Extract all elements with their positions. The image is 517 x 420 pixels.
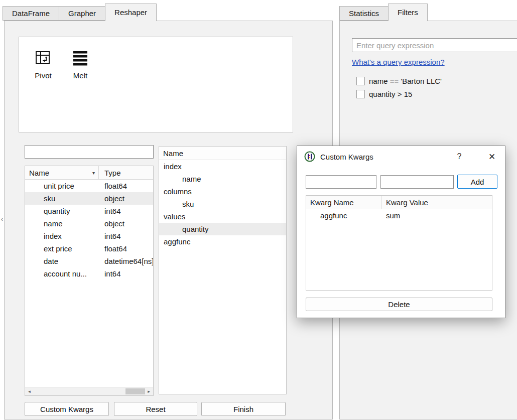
cell-column-type: float64 (99, 182, 153, 190)
cell-column-name: account nu... (25, 269, 99, 278)
tab-filters[interactable]: Filters (388, 4, 428, 21)
header-type[interactable]: Type (99, 166, 153, 179)
tree-item-sku[interactable]: sku (159, 198, 286, 210)
kwarg-row[interactable]: aggfuncsum (306, 209, 492, 222)
reshape-type-box: Pivot Melt (19, 37, 293, 132)
pivot-structure-tree: Name indexnamecolumnsskuvaluesquantityag… (159, 146, 287, 394)
header-name[interactable]: Name ▾ (25, 166, 99, 179)
header-kwarg-name-label: Kwarg Name (310, 198, 354, 207)
cell-column-name: ext price (25, 244, 99, 253)
cell-column-type: int64 (99, 207, 153, 215)
tree-body: indexnamecolumnsskuvaluesquantityaggfunc (159, 160, 286, 248)
pivot-label: Pivot (27, 71, 59, 80)
columns-table: Name ▾ Type unit pricefloat64skuobjectqu… (25, 166, 154, 396)
columns-table-header: Name ▾ Type (25, 166, 153, 180)
right-tabbar: StatisticsFilters (339, 4, 428, 21)
dialog-close-icon[interactable]: ✕ (482, 152, 502, 162)
cell-column-name: index (25, 232, 99, 240)
melt-tool[interactable]: Melt (64, 49, 96, 80)
tree-item-columns[interactable]: columns (159, 185, 286, 198)
cell-column-name: unit price (25, 182, 99, 190)
dialog-help-button[interactable]: ? (452, 152, 467, 161)
scrollbar-right-arrow-icon[interactable]: ▸ (145, 387, 153, 395)
kwargs-table-body: aggfuncsum (306, 209, 492, 222)
finish-button[interactable]: Finish (201, 402, 286, 416)
splitter-collapse-icon[interactable]: ‹ (0, 215, 4, 224)
table-row[interactable]: skuobject (25, 192, 153, 205)
table-row[interactable]: quantityint64 (25, 205, 153, 217)
reshaper-panel: Pivot Melt Name ▾ Type unit pricefloat64… (4, 21, 333, 419)
left-tabbar: DataFrameGrapherReshaper (3, 4, 157, 21)
scrollbar-thumb[interactable] (125, 388, 145, 394)
table-row[interactable]: account nu...int64 (25, 267, 153, 280)
table-row[interactable]: datedatetime64[ns] (25, 255, 153, 267)
filter-item[interactable]: name == 'Barton LLC' (340, 74, 517, 87)
cell-column-type: object (99, 219, 153, 228)
filter-label: name == 'Barton LLC' (369, 77, 442, 85)
cell-column-type: object (99, 194, 153, 203)
query-expression-input[interactable] (352, 38, 517, 52)
filter-label: quantity > 15 (369, 90, 412, 98)
table-row[interactable]: unit pricefloat64 (25, 180, 153, 192)
cell-column-name: name (25, 219, 99, 228)
tree-item-quantity[interactable]: quantity (159, 223, 286, 235)
header-type-label: Type (104, 169, 121, 177)
column-search-input[interactable] (25, 145, 154, 159)
tab-grapher[interactable]: Grapher (59, 6, 105, 21)
cell-column-name: sku (25, 194, 99, 203)
filter-item[interactable]: quantity > 15 (340, 87, 517, 100)
cell-column-type: int64 (99, 232, 153, 240)
query-help-link[interactable]: What's a query expression? (352, 58, 445, 66)
kwarg-value-input[interactable] (380, 175, 454, 189)
custom-kwargs-button[interactable]: Custom Kwargs (25, 402, 109, 416)
melt-label: Melt (64, 71, 96, 80)
cell-column-type: datetime64[ns] (99, 257, 153, 265)
pivot-tool[interactable]: Pivot (27, 49, 59, 80)
scrollbar-left-arrow-icon[interactable]: ◂ (25, 387, 34, 395)
reset-button[interactable]: Reset (114, 402, 197, 416)
add-button[interactable]: Add (457, 175, 497, 189)
columns-table-body: unit pricefloat64skuobjectquantityint64n… (25, 180, 153, 387)
header-name-label: Name (29, 169, 49, 177)
dialog-titlebar[interactable]: Custom Kwargs ? ✕ (297, 146, 505, 167)
cell-column-name: quantity (25, 207, 99, 215)
kwarg-name-cell: aggfunc (306, 211, 381, 220)
kwarg-value-cell: sum (381, 211, 492, 220)
filter-checkbox[interactable] (356, 77, 365, 85)
table-row[interactable]: indexint64 (25, 230, 153, 242)
tree-item-aggfunc[interactable]: aggfunc (159, 235, 286, 248)
scrollbar-track[interactable] (34, 387, 145, 395)
cell-column-type: int64 (99, 269, 153, 278)
table-row[interactable]: nameobject (25, 217, 153, 230)
tree-item-index[interactable]: index (159, 160, 286, 173)
tab-dataframe[interactable]: DataFrame (3, 6, 59, 21)
table-row[interactable]: ext pricefloat64 (25, 242, 153, 255)
tree-item-values[interactable]: values (159, 210, 286, 223)
header-kwarg-value-label: Kwarg Value (386, 198, 428, 207)
tab-reshaper[interactable]: Reshaper (105, 4, 157, 21)
custom-kwargs-dialog: Custom Kwargs ? ✕ Add Kwarg Name Kwarg V… (297, 146, 505, 318)
cell-column-name: date (25, 257, 99, 265)
filter-checkbox[interactable] (356, 90, 365, 98)
dialog-title: Custom Kwargs (320, 153, 452, 161)
header-kwarg-value[interactable]: Kwarg Value (381, 196, 492, 209)
cell-column-type: float64 (99, 244, 153, 253)
pandas-logo-icon (304, 151, 315, 162)
horizontal-scrollbar[interactable]: ◂ ▸ (25, 387, 153, 395)
tree-item-name[interactable]: name (159, 173, 286, 185)
header-kwarg-name[interactable]: Kwarg Name (306, 196, 381, 209)
pivot-icon (34, 49, 52, 67)
sort-indicator-icon: ▾ (92, 170, 95, 176)
kwargs-table-header: Kwarg Name Kwarg Value (306, 196, 492, 209)
kwargs-table: Kwarg Name Kwarg Value aggfuncsum (306, 195, 492, 291)
tab-statistics[interactable]: Statistics (339, 6, 389, 21)
delete-button[interactable]: Delete (306, 298, 492, 311)
melt-icon (71, 49, 89, 67)
kwarg-name-input[interactable] (306, 175, 376, 189)
tree-header[interactable]: Name (159, 147, 286, 160)
